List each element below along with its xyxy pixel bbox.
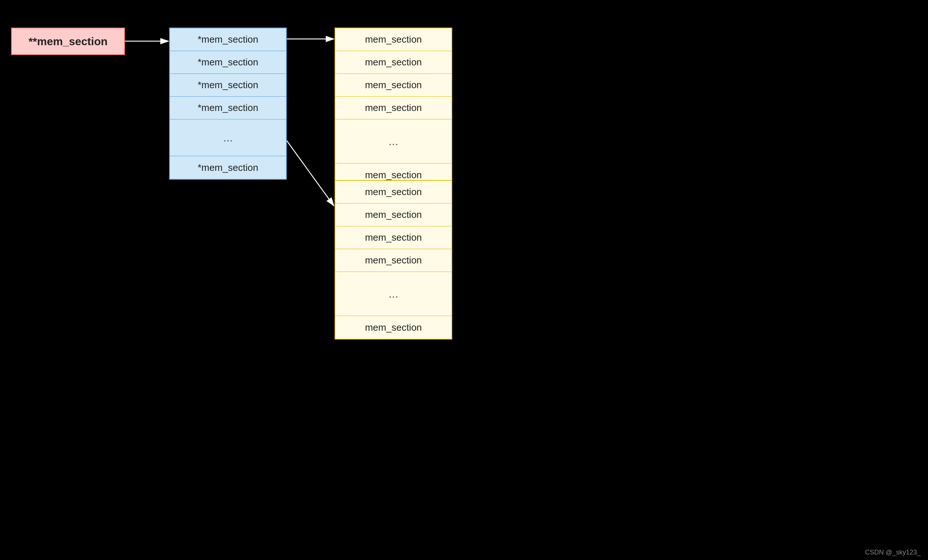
- yellow-bottom-cell-last: mem_section: [335, 316, 452, 339]
- blue-cell-3: *mem_section: [170, 97, 286, 119]
- blue-cell-0: *mem_section: [170, 28, 286, 51]
- pointer-label: **mem_section: [28, 35, 107, 48]
- yellow-top-cell-0: mem_section: [335, 28, 452, 51]
- yellow-bottom-cell-3: mem_section: [335, 249, 452, 272]
- blue-array: *mem_section *mem_section *mem_section *…: [169, 27, 287, 180]
- blue-cell-1: *mem_section: [170, 51, 286, 74]
- diagram-container: **mem_section *mem_section *mem_section …: [0, 0, 928, 560]
- yellow-top-cell-2: mem_section: [335, 74, 452, 97]
- svg-line-3: [287, 141, 334, 206]
- yellow-top-ellipsis: ...: [335, 119, 452, 163]
- blue-cell-2: *mem_section: [170, 74, 286, 97]
- yellow-bottom-cell-1: mem_section: [335, 204, 452, 226]
- yellow-bottom-cell-0: mem_section: [335, 181, 452, 204]
- yellow-bottom-cell-2: mem_section: [335, 226, 452, 249]
- blue-cell-last: *mem_section: [170, 156, 286, 179]
- yellow-bottom-ellipsis: ...: [335, 272, 452, 316]
- yellow-box-bottom: mem_section mem_section mem_section mem_…: [334, 180, 452, 339]
- arrows-svg: [0, 0, 928, 560]
- yellow-top-cell-3: mem_section: [335, 97, 452, 119]
- blue-ellipsis: ...: [170, 119, 286, 156]
- yellow-box-top: mem_section mem_section mem_section mem_…: [334, 27, 452, 187]
- watermark: CSDN @_sky123_: [865, 549, 920, 556]
- pointer-box: **mem_section: [11, 27, 125, 55]
- yellow-top-cell-1: mem_section: [335, 51, 452, 74]
